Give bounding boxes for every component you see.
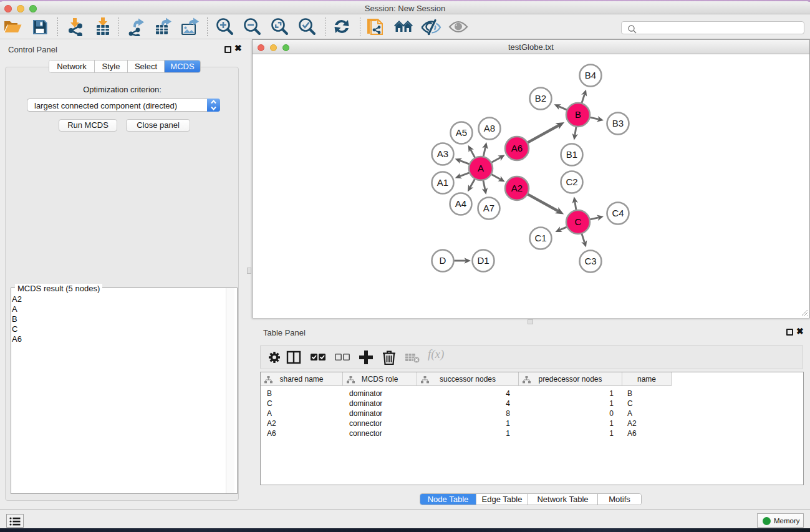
svg-text:A8: A8	[484, 123, 495, 133]
svg-text:C: C	[575, 216, 582, 227]
svg-text:A5: A5	[456, 127, 467, 138]
svg-text:A1: A1	[437, 177, 448, 188]
svg-text:A: A	[478, 163, 484, 173]
svg-text:C3: C3	[584, 256, 596, 266]
svg-text:B3: B3	[612, 118, 624, 128]
svg-text:A2: A2	[511, 183, 523, 193]
svg-text:B: B	[575, 109, 581, 120]
svg-text:D: D	[440, 255, 446, 266]
svg-text:D1: D1	[477, 255, 489, 266]
svg-text:B1: B1	[566, 149, 577, 160]
svg-text:C1: C1	[534, 233, 546, 243]
svg-text:A4: A4	[455, 198, 466, 209]
svg-text:C4: C4	[612, 208, 624, 218]
svg-text:B2: B2	[535, 93, 546, 104]
svg-text:B4: B4	[585, 70, 596, 80]
svg-text:C2: C2	[566, 177, 577, 187]
svg-text:A7: A7	[483, 203, 494, 213]
svg-text:A6: A6	[511, 143, 523, 153]
svg-text:A3: A3	[437, 148, 448, 159]
